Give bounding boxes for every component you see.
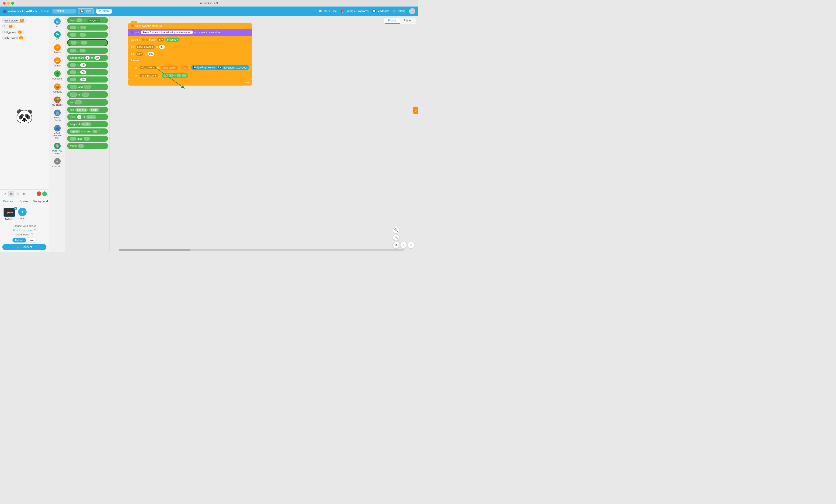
- set-base-power-block[interactable]: set base_power ▾ to 30: [128, 43, 252, 50]
- expand-view-button[interactable]: ⤢: [2, 191, 7, 196]
- block-lt[interactable]: < 50: [67, 69, 108, 75]
- tab-blocks[interactable]: Blocks: [384, 18, 400, 24]
- category-iot[interactable]: 📡 IoT: [50, 30, 65, 42]
- minimize-button[interactable]: [7, 2, 10, 5]
- view-controls: ⤢ ▦ ☰ ⊞: [0, 190, 49, 198]
- category-variables[interactable]: 📦 Variables: [50, 82, 65, 95]
- category-mbot2chassis[interactable]: 🤖 mBot2 Chassis: [50, 108, 65, 123]
- live-mode-button[interactable]: Live: [26, 238, 36, 243]
- block-or[interactable]: or: [67, 91, 108, 98]
- how-to-link[interactable]: How to use device?: [13, 229, 36, 232]
- horizontal-scrollbar[interactable]: [119, 249, 404, 251]
- block-gt[interactable]: > 50: [67, 62, 108, 68]
- set-kp-block[interactable]: set kp ▾ to 0.5: [128, 50, 252, 57]
- block-eq[interactable]: = 50: [67, 76, 108, 82]
- go-button[interactable]: [42, 191, 47, 196]
- category-quadrgb[interactable]: 🎨 Quad RGB Sensor: [50, 141, 65, 156]
- block-read[interactable]: read in integer ▾: [67, 17, 108, 23]
- category-extension[interactable]: + extension: [50, 157, 65, 169]
- category-operators[interactable]: ➕ Operators: [50, 69, 65, 82]
- set-left-power-block[interactable]: set left_power ▾ to base_power - kp * 🔲 …: [128, 63, 252, 72]
- tab-python[interactable]: Python: [400, 18, 416, 24]
- iot-icon: 📡: [54, 31, 61, 38]
- kp-value[interactable]: 0.5: [148, 52, 154, 56]
- block-contains[interactable]: apple contains a ?: [67, 129, 108, 135]
- category-myblocks[interactable]: 🧩 My Blocks: [50, 95, 65, 108]
- right-power-dropdown[interactable]: right_power ▾: [139, 74, 158, 77]
- project-name-input[interactable]: [53, 9, 76, 14]
- code-panel-toggle[interactable]: </>: [413, 107, 418, 114]
- set-right-power-block[interactable]: set right_power ▾ to +: [128, 72, 252, 79]
- stop-button[interactable]: [37, 191, 41, 196]
- example-programs-link[interactable]: 📚 Example Programs: [341, 9, 368, 13]
- small-grid-button[interactable]: ⊞: [21, 191, 27, 196]
- print-text-value[interactable]: Press B to start line following and A to…: [141, 31, 193, 34]
- reset-view-button[interactable]: ↺: [393, 242, 399, 248]
- kp-dropdown[interactable]: kp ▾: [136, 52, 144, 56]
- category-control[interactable]: 🔁 Control: [50, 56, 65, 69]
- sensor-block[interactable]: 🔲 quad rgb sensor 1 ▾ deviation (-100~10…: [191, 65, 249, 70]
- forever-block[interactable]: forever: [128, 57, 252, 63]
- right-expr[interactable]: +: [162, 73, 188, 78]
- base-power-chip[interactable]: base_power: [161, 65, 178, 70]
- tab-background[interactable]: Background: [32, 198, 49, 205]
- file-menu[interactable]: 🗂 File: [39, 8, 51, 14]
- publish-button[interactable]: Publish: [96, 8, 112, 14]
- block-round[interactable]: round: [67, 143, 108, 149]
- base-power-value[interactable]: 30: [159, 45, 165, 49]
- connect-button[interactable]: 🔗 Connect: [2, 244, 46, 250]
- user-guide-link[interactable]: 📖 User Guide: [318, 9, 337, 13]
- fullscreen-button[interactable]: [11, 2, 14, 5]
- wait-until-block[interactable]: wait until button B ▾ pressed?: [128, 36, 252, 43]
- category-events[interactable]: ⚡ Events: [50, 43, 65, 56]
- device-sprite-tabs: Devices Sprites Background: [0, 198, 49, 206]
- tab-devices[interactable]: Devices: [0, 198, 16, 205]
- feedback-link[interactable]: 💬 Feedback: [372, 9, 389, 13]
- fit-view-button[interactable]: =: [408, 242, 414, 248]
- device-cyberpi[interactable]: ✕ CyberPi CyberPi: [2, 208, 16, 220]
- variable-right-power: right_power 0: [2, 36, 46, 40]
- top-bar: 🟦 makeblock | mBlock 🗂 File 💾 Save Publi…: [0, 6, 418, 16]
- setting-link[interactable]: ⚙️ Setting: [393, 9, 405, 13]
- logo-icon: 🟦: [3, 9, 6, 13]
- block-and[interactable]: and: [67, 84, 108, 90]
- mode-buttons: Upload Live: [12, 237, 37, 243]
- button-dropdown[interactable]: B ▾: [157, 38, 164, 41]
- block-plus[interactable]: +: [67, 24, 108, 31]
- grid-view-button[interactable]: ▦: [8, 191, 14, 196]
- close-button[interactable]: [3, 2, 5, 5]
- block-mod[interactable]: mod: [67, 136, 108, 142]
- save-button[interactable]: 💾 Save: [78, 8, 94, 14]
- device-close-icon[interactable]: ✕: [14, 207, 17, 210]
- mode-info-icon[interactable]: ⓘ: [31, 233, 33, 236]
- block-not[interactable]: not: [67, 99, 108, 105]
- block-multiply[interactable]: ×: [67, 39, 108, 46]
- tab-sprites[interactable]: Sprites: [16, 198, 32, 205]
- hat-block[interactable]: when CyberPi starts up: [128, 23, 252, 29]
- category-mbot2ext[interactable]: 🔌 mBot2 Extension Port: [50, 123, 65, 141]
- pressed-block[interactable]: pressed?: [165, 38, 179, 42]
- block-random[interactable]: pick random 1 to 10: [67, 55, 108, 61]
- center-view-button[interactable]: ⊙: [400, 242, 407, 248]
- left-power-dropdown[interactable]: left_power ▾: [139, 66, 156, 69]
- zoom-in-button[interactable]: 🔍: [393, 227, 399, 233]
- block-divide[interactable]: /: [67, 47, 108, 54]
- print-block[interactable]: print Press B to start line following an…: [128, 29, 252, 36]
- avatar[interactable]: [409, 8, 415, 14]
- window-title: mBlock v5.4.3: [200, 2, 217, 5]
- zoom-out-button[interactable]: 🔍: [393, 234, 399, 241]
- kp-chip[interactable]: kp: [182, 65, 188, 70]
- block-join[interactable]: join banana apple: [67, 107, 108, 113]
- block-letter[interactable]: letter 1 of apple: [67, 114, 108, 120]
- ai-icon: 🤖: [54, 18, 61, 25]
- add-device-button[interactable]: +: [18, 208, 26, 216]
- base-power-dropdown[interactable]: base_power ▾: [136, 45, 155, 49]
- category-ai[interactable]: 🤖 AI: [50, 17, 65, 30]
- extension-icon: +: [54, 158, 61, 164]
- block-minus[interactable]: -: [67, 32, 108, 38]
- list-view-button[interactable]: ☰: [15, 191, 20, 196]
- variable-left-power: left_power 0: [2, 30, 46, 34]
- upload-mode-button[interactable]: Upload: [12, 238, 26, 243]
- devices-list: ✕ CyberPi CyberPi + Add: [0, 206, 49, 222]
- block-length[interactable]: length of apple: [67, 121, 108, 127]
